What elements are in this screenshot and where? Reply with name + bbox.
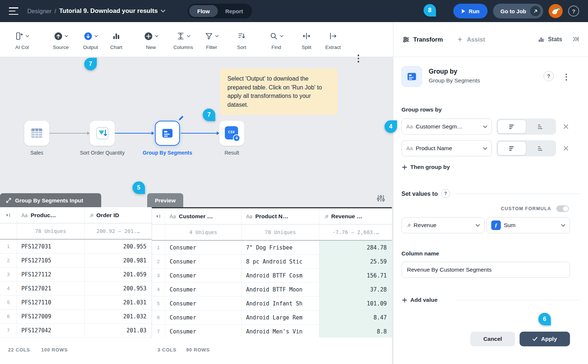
cell-product-name[interactable]: Android BTTF Moon (242, 283, 320, 296)
cell-revenue[interactable]: 8.8 (319, 325, 392, 338)
column-header-product-name[interactable]: Aa Product N… (242, 208, 320, 224)
cell-order-id[interactable]: 201.031 (85, 296, 152, 309)
cancel-button[interactable]: Cancel (470, 332, 515, 346)
node-sort-order-quantity[interactable] (90, 121, 115, 146)
cell-product[interactable]: PFS127031 (17, 240, 85, 253)
toolbar-ai-col[interactable]: AI Col (4, 31, 40, 50)
collapse-panel-icon[interactable] (572, 35, 579, 44)
table-row[interactable]: 4PFS127021200.953 (0, 282, 152, 296)
column-name-input[interactable] (401, 262, 570, 278)
cell-revenue[interactable]: 37.28 (319, 283, 392, 296)
toolbar-sort[interactable]: Sort (224, 31, 259, 50)
cell-product-name[interactable]: 7" Dog Frisbee (242, 241, 320, 254)
run-button[interactable]: Run (453, 4, 488, 18)
goto-job-button[interactable]: Go to Job (493, 4, 543, 18)
sort-asc-button[interactable] (497, 120, 526, 134)
cell-customer[interactable]: Consumer (165, 325, 242, 338)
tab-group-by-segments-input[interactable]: Group By Segments Input (0, 193, 101, 207)
edit-node-icon[interactable] (178, 115, 184, 122)
help-button[interactable]: ? (543, 71, 554, 81)
cell-product-name[interactable]: Android BTTF Cosm (242, 269, 320, 282)
remove-group-field-icon[interactable] (561, 140, 571, 156)
add-value-button[interactable]: Add value (402, 297, 438, 303)
view-settings-icon[interactable] (375, 192, 387, 205)
cell-product[interactable]: PFS127112 (17, 268, 85, 281)
cell-order-id[interactable]: 201.059 (85, 268, 152, 281)
cell-order-id[interactable]: 200.953 (85, 282, 152, 295)
tab-flow[interactable]: Flow (189, 5, 218, 17)
cell-product[interactable]: PFS127110 (17, 296, 85, 309)
column-header-order-id[interactable]: .# Order ID (85, 207, 152, 223)
table-row[interactable]: 5ConsumerAndroid Infant Sh101.09 (152, 297, 392, 311)
column-header-revenue[interactable]: .# Revenue … (319, 208, 392, 224)
chevron-down-icon[interactable] (161, 10, 165, 13)
aggregation-select[interactable]: ƒ Sum (486, 217, 570, 233)
stats-button[interactable]: Stats (538, 36, 562, 43)
table-row[interactable]: 6PFS127009201.032 (0, 310, 152, 324)
table-row[interactable]: 3PFS127112201.059 (0, 268, 152, 282)
group-field-select-2[interactable]: Aa Product Name (401, 140, 492, 156)
table-row[interactable]: 6ConsumerAndroid Large Rem8.47 (152, 311, 392, 325)
toolbar-chart[interactable]: Chart (99, 31, 134, 50)
cell-product-name[interactable]: Android Infant Sh (242, 297, 320, 310)
sort-asc-button[interactable] (497, 141, 526, 155)
cell-customer[interactable]: Consumer (165, 283, 242, 296)
group-field-select-1[interactable]: Aa Customer Segm… (401, 119, 492, 135)
tab-preview[interactable]: Preview (147, 193, 183, 207)
toolbar-new[interactable]: New (133, 31, 169, 50)
cell-product[interactable]: PFS127009 (17, 310, 85, 323)
cell-customer[interactable]: Consumer (165, 255, 242, 268)
table-row[interactable]: 2PFS127105200.981 (0, 254, 152, 268)
more-options-button[interactable] (563, 71, 569, 82)
table-row[interactable]: 5PFS127110201.031 (0, 296, 152, 310)
cell-revenue[interactable]: 25.59 (319, 255, 392, 268)
toolbar-extract[interactable]: Extract (315, 31, 351, 50)
cell-revenue[interactable]: 101.09 (319, 297, 392, 310)
row-height-icon[interactable] (0, 207, 17, 223)
table-row[interactable]: 1PFS127031200.955 (0, 240, 152, 254)
cell-product-name[interactable]: 8 pc Android Stic (242, 255, 320, 268)
apply-button[interactable]: Apply (520, 332, 570, 346)
cell-product[interactable]: PFS127042 (17, 324, 85, 337)
cell-product-name[interactable]: Android Large Rem (242, 311, 320, 324)
cell-customer[interactable]: Consumer (165, 241, 242, 254)
table-row[interactable]: 4ConsumerAndroid BTTF Moon37.28 (152, 283, 392, 297)
tab-transform[interactable]: Transform (402, 36, 443, 43)
cell-product[interactable]: PFS127021 (17, 282, 85, 295)
more-options-button[interactable] (355, 54, 361, 63)
cell-order-id[interactable]: 201.03 (85, 324, 152, 337)
cell-revenue[interactable]: 8.47 (319, 311, 392, 324)
table-row[interactable]: 7ConsumerAndroid Men's Vin8.8 (152, 325, 392, 339)
breadcrumb-section[interactable]: Designer (27, 8, 52, 15)
sort-desc-button[interactable] (526, 120, 555, 134)
column-header-customer[interactable]: Aa Customer … (165, 208, 242, 224)
cell-product[interactable]: PFS127105 (17, 254, 85, 267)
table-row[interactable]: 3ConsumerAndroid BTTF Cosm156.71 (152, 269, 392, 283)
row-height-icon[interactable] (152, 208, 165, 224)
node-result[interactable]: CSV (219, 121, 244, 146)
cell-customer[interactable]: Consumer (165, 269, 242, 282)
table-row[interactable]: 7PFS127042201.03 (0, 324, 152, 338)
cell-order-id[interactable]: 200.955 (85, 240, 152, 253)
tab-assist[interactable]: Assist (456, 36, 485, 43)
cell-customer[interactable]: Consumer (165, 297, 242, 310)
table-row[interactable]: 2Consumer8 pc Android Stic25.59 (152, 255, 392, 269)
avatar[interactable] (549, 4, 563, 18)
table-row[interactable]: 1Consumer7" Dog Frisbee284.78 (152, 241, 392, 255)
then-group-by-button[interactable]: Then group by (402, 164, 450, 170)
cell-product-name[interactable]: Android Men's Vin (242, 325, 320, 338)
menu-button[interactable] (9, 7, 18, 15)
sort-desc-button[interactable] (526, 141, 555, 155)
help-button[interactable]: ? (441, 189, 450, 198)
cell-revenue[interactable]: 284.78 (319, 241, 392, 254)
cell-order-id[interactable]: 200.981 (85, 254, 152, 267)
tab-report[interactable]: Report (218, 5, 250, 17)
node-sales[interactable] (24, 121, 49, 146)
cell-order-id[interactable]: 201.032 (85, 310, 152, 323)
column-header-product[interactable]: Aa Produc… (17, 207, 85, 223)
help-button[interactable]: ? (568, 6, 579, 17)
node-group-by-segments[interactable] (155, 121, 180, 146)
value-field-select[interactable]: .# Revenue (401, 217, 485, 233)
cell-revenue[interactable]: 156.71 (319, 269, 392, 282)
cell-customer[interactable]: Consumer (165, 311, 242, 324)
